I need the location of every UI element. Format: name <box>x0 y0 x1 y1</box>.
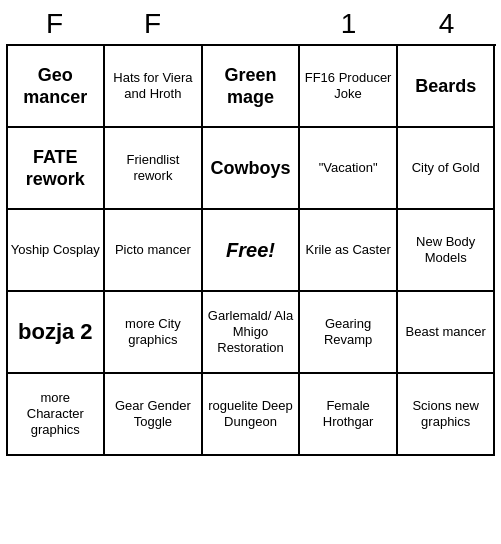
cell-22: roguelite Deep Dungeon <box>203 374 301 456</box>
cell-0: Geo mancer <box>8 46 106 128</box>
cell-10: Yoship Cosplay <box>8 210 106 292</box>
header-col-0: F <box>6 6 104 42</box>
bingo-grid: Geo mancerHats for Viera and HrothGreen … <box>6 44 496 456</box>
cell-15: bozja 2 <box>8 292 106 374</box>
cell-24: Scions new graphics <box>398 374 496 456</box>
cell-13: Krile as Caster <box>300 210 398 292</box>
bingo-card: FF14 Geo mancerHats for Viera and HrothG… <box>6 6 496 456</box>
cell-7: Cowboys <box>203 128 301 210</box>
cell-16: more City graphics <box>105 292 203 374</box>
cell-9: City of Gold <box>398 128 496 210</box>
cell-4: Beards <box>398 46 496 128</box>
cell-23: Female Hrothgar <box>300 374 398 456</box>
header-col-3: 1 <box>300 6 398 42</box>
cell-20: more Character graphics <box>8 374 106 456</box>
cell-3: FF16 Producer Joke <box>300 46 398 128</box>
cell-6: Friendlist rework <box>105 128 203 210</box>
cell-8: "Vacation" <box>300 128 398 210</box>
header-col-2 <box>202 6 300 42</box>
cell-18: Gearing Revamp <box>300 292 398 374</box>
cell-11: Picto mancer <box>105 210 203 292</box>
cell-17: Garlemald/ Ala Mhigo Restoration <box>203 292 301 374</box>
cell-2: Green mage <box>203 46 301 128</box>
cell-1: Hats for Viera and Hroth <box>105 46 203 128</box>
header-row: FF14 <box>6 6 496 42</box>
cell-14: New Body Models <box>398 210 496 292</box>
header-col-4: 4 <box>398 6 496 42</box>
cell-5: FATE rework <box>8 128 106 210</box>
cell-19: Beast mancer <box>398 292 496 374</box>
cell-12: Free! <box>203 210 301 292</box>
header-col-1: F <box>104 6 202 42</box>
cell-21: Gear Gender Toggle <box>105 374 203 456</box>
